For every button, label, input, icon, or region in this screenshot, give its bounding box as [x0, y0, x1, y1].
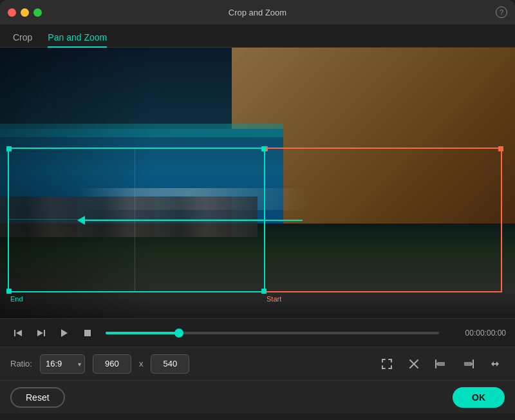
fit-button[interactable] — [377, 354, 397, 374]
progress-bar[interactable] — [106, 332, 439, 334]
footer-bar: Reset OK — [0, 380, 515, 414]
play-button[interactable] — [55, 324, 73, 342]
scene-darken — [0, 48, 154, 318]
align-right-button[interactable] — [458, 354, 478, 374]
fit-icon — [380, 358, 393, 370]
dimension-toolbar: Ratio: 16:9 4:3 1:1 9:16 ▾ x — [0, 347, 515, 380]
svg-rect-3 — [44, 330, 45, 336]
maximize-button[interactable] — [33, 8, 42, 17]
pan-arrow — [84, 220, 303, 221]
progress-fill — [106, 332, 179, 334]
playback-controls: 00:00:00:00 — [0, 318, 515, 347]
play-icon — [59, 328, 70, 338]
svg-rect-0 — [14, 330, 15, 336]
align-left-button[interactable] — [431, 354, 451, 374]
flip-icon — [489, 358, 501, 370]
width-input[interactable] — [93, 354, 131, 374]
time-display: 00:00:00:00 — [448, 329, 506, 338]
align-left-icon — [435, 358, 447, 370]
ratio-select[interactable]: 16:9 4:3 1:1 9:16 — [40, 354, 85, 374]
arrow-line — [84, 220, 303, 221]
tab-bar: Crop Pan and Zoom — [0, 24, 515, 48]
skip-back-icon — [13, 328, 23, 338]
step-back-icon — [36, 328, 46, 338]
minimize-button[interactable] — [21, 8, 29, 17]
skip-back-button[interactable] — [9, 324, 27, 342]
tab-pan-zoom[interactable]: Pan and Zoom — [48, 28, 107, 48]
ratio-select-wrapper: 16:9 4:3 1:1 9:16 ▾ — [40, 354, 85, 374]
tab-crop[interactable]: Crop — [13, 28, 32, 48]
window-title: Crop and Zoom — [229, 8, 286, 17]
height-input[interactable] — [151, 354, 189, 374]
arrow-head — [77, 216, 85, 225]
reset-button[interactable]: Reset — [10, 387, 65, 408]
stop-button[interactable] — [79, 324, 97, 342]
close-icon — [408, 358, 420, 370]
window-controls — [8, 8, 42, 17]
dimension-separator: x — [139, 359, 144, 368]
svg-rect-5 — [84, 330, 91, 336]
step-back-button[interactable] — [32, 324, 50, 342]
align-right-icon — [462, 358, 474, 370]
svg-marker-2 — [37, 330, 43, 336]
progress-thumb[interactable] — [174, 329, 183, 338]
close-crop-button[interactable] — [404, 354, 424, 374]
video-preview: Start End — [0, 48, 515, 318]
flip-button[interactable] — [485, 354, 505, 374]
title-bar: Crop and Zoom ? — [0, 0, 515, 24]
svg-marker-1 — [16, 330, 22, 336]
ratio-label: Ratio: — [10, 359, 32, 368]
scene-background — [0, 48, 515, 318]
stop-icon — [83, 329, 92, 338]
svg-marker-4 — [61, 329, 68, 337]
help-button[interactable]: ? — [496, 6, 507, 18]
ok-button[interactable]: OK — [453, 387, 505, 408]
close-button[interactable] — [8, 8, 16, 17]
